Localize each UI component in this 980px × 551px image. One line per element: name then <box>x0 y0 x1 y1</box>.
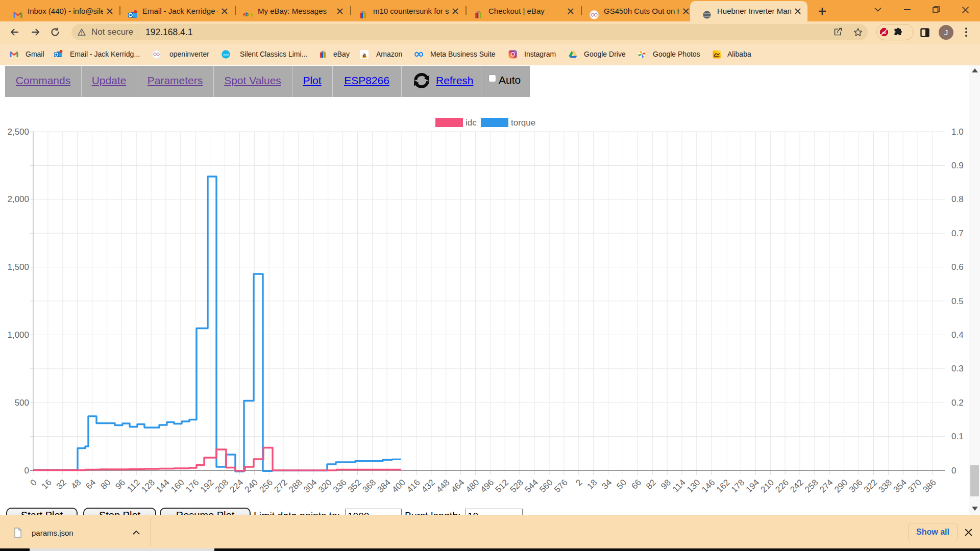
svg-text:0.7: 0.7 <box>951 229 964 238</box>
svg-text:386: 386 <box>921 478 938 494</box>
svg-text:528: 528 <box>508 478 525 494</box>
svg-text:80: 80 <box>99 478 112 491</box>
svg-text:0.9: 0.9 <box>951 161 964 170</box>
svg-text:160: 160 <box>169 478 186 494</box>
svg-text:560: 560 <box>537 478 554 494</box>
svg-text:258: 258 <box>803 478 820 494</box>
svg-text:0.8: 0.8 <box>951 194 964 204</box>
svg-text:130: 130 <box>685 478 702 494</box>
svg-text:96: 96 <box>113 478 127 491</box>
svg-text:48: 48 <box>69 478 83 491</box>
svg-text:370: 370 <box>906 478 923 494</box>
svg-text:2,000: 2,000 <box>7 194 29 204</box>
svg-text:448: 448 <box>434 478 451 494</box>
svg-text:144: 144 <box>154 478 171 494</box>
svg-text:210: 210 <box>759 478 776 494</box>
svg-text:0: 0 <box>951 466 956 475</box>
svg-text:192: 192 <box>199 478 215 494</box>
svg-text:82: 82 <box>644 478 658 491</box>
svg-text:384: 384 <box>376 478 393 494</box>
svg-text:0.3: 0.3 <box>951 364 964 373</box>
svg-text:304: 304 <box>302 478 318 494</box>
svg-text:242: 242 <box>788 478 805 494</box>
svg-text:368: 368 <box>361 478 378 494</box>
svg-text:480: 480 <box>464 478 481 494</box>
svg-text:2: 2 <box>574 478 584 488</box>
svg-text:a: a <box>362 51 366 58</box>
svg-text:290: 290 <box>832 478 849 494</box>
svg-text:50: 50 <box>615 478 628 491</box>
svg-text:34: 34 <box>600 478 614 491</box>
svg-text:288: 288 <box>287 478 304 494</box>
svg-text:1,000: 1,000 <box>7 330 29 340</box>
svg-text:322: 322 <box>862 478 879 494</box>
svg-text:0: 0 <box>24 466 29 475</box>
svg-text:0.1: 0.1 <box>951 432 964 441</box>
svg-text:274: 274 <box>818 478 835 494</box>
svg-text:500: 500 <box>15 398 29 408</box>
svg-text:torque: torque <box>511 118 535 128</box>
svg-text:240: 240 <box>243 478 260 494</box>
svg-text:338: 338 <box>877 478 894 494</box>
svg-text:128: 128 <box>139 478 156 494</box>
svg-text:512: 512 <box>494 478 510 494</box>
svg-text:194: 194 <box>744 478 761 494</box>
svg-text:16: 16 <box>40 478 54 491</box>
svg-text:2,500: 2,500 <box>7 127 29 137</box>
svg-text:64: 64 <box>84 478 98 491</box>
svg-text:1.0: 1.0 <box>951 127 964 137</box>
svg-text:AB: AB <box>882 31 887 34</box>
svg-text:256: 256 <box>258 478 275 494</box>
svg-text:400: 400 <box>390 478 407 494</box>
svg-text:576: 576 <box>552 478 569 494</box>
svg-text:114: 114 <box>671 478 688 494</box>
svg-text:0.5: 0.5 <box>951 296 964 306</box>
svg-text:66: 66 <box>629 478 643 491</box>
svg-text:416: 416 <box>405 478 422 494</box>
svg-text:18: 18 <box>585 478 599 491</box>
svg-text:0.6: 0.6 <box>951 262 964 272</box>
svg-text:32: 32 <box>55 478 68 491</box>
svg-text:226: 226 <box>773 478 790 494</box>
svg-text:354: 354 <box>892 478 909 494</box>
svg-text:336: 336 <box>331 478 348 494</box>
svg-text:306: 306 <box>847 478 864 494</box>
svg-text:146: 146 <box>700 478 717 494</box>
svg-text:176: 176 <box>184 478 201 494</box>
svg-text:496: 496 <box>479 478 496 494</box>
svg-text:224: 224 <box>228 478 245 494</box>
svg-text:1,500: 1,500 <box>7 262 29 272</box>
svg-text:0.4: 0.4 <box>951 330 964 340</box>
svg-text:208: 208 <box>213 478 230 494</box>
svg-text:178: 178 <box>729 478 746 494</box>
svg-text:320: 320 <box>316 478 333 494</box>
svg-text:ebay: ebay <box>243 12 253 17</box>
svg-text:352: 352 <box>346 478 363 494</box>
svg-text:0: 0 <box>29 478 39 488</box>
svg-text:432: 432 <box>420 478 436 494</box>
svg-text:xero: xero <box>223 53 229 56</box>
svg-text:272: 272 <box>272 478 289 494</box>
svg-text:162: 162 <box>715 478 731 494</box>
svg-text:0.2: 0.2 <box>951 398 964 408</box>
svg-text:544: 544 <box>523 478 540 494</box>
svg-text:112: 112 <box>125 478 142 494</box>
svg-text:idc: idc <box>465 118 477 128</box>
svg-text:464: 464 <box>449 478 466 494</box>
svg-text:98: 98 <box>659 478 673 491</box>
